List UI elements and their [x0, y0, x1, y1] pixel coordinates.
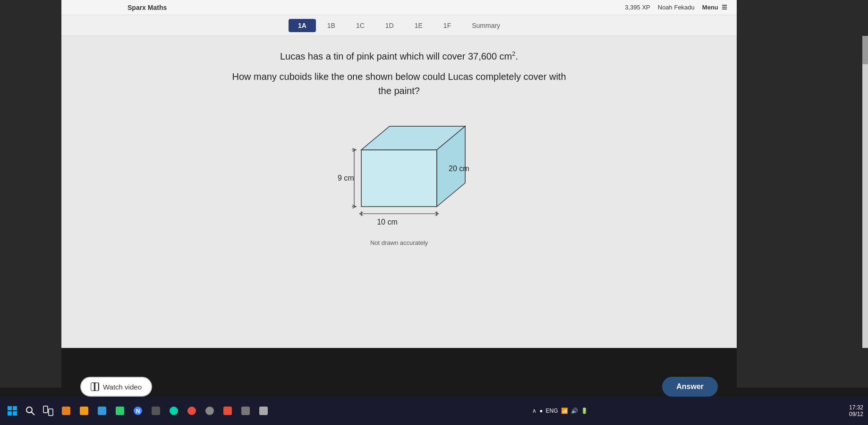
- bezel-left: [0, 0, 61, 388]
- tab-1C[interactable]: 1C: [347, 19, 374, 32]
- app-icon-4[interactable]: [112, 403, 128, 418]
- app-icon-8[interactable]: [184, 403, 199, 418]
- app-icon-11[interactable]: [238, 403, 253, 418]
- watch-video-button[interactable]: Watch video: [80, 377, 152, 397]
- app-icon-7[interactable]: [166, 403, 181, 418]
- tab-1E[interactable]: 1E: [405, 19, 432, 32]
- xp-display: 3,395 XP: [625, 4, 650, 11]
- svg-text:9 cm: 9 cm: [338, 174, 354, 182]
- tab-1B[interactable]: 1B: [318, 19, 345, 32]
- play-icon: [91, 382, 99, 391]
- bottom-buttons: Watch video Answer: [61, 377, 737, 397]
- bezel-right: [737, 0, 868, 388]
- svg-rect-34: [259, 407, 268, 415]
- question-line1: Lucas has a tin of pink paint which will…: [280, 50, 518, 62]
- svg-rect-16: [8, 411, 12, 416]
- windows-start-icon[interactable]: [5, 403, 20, 418]
- svg-rect-21: [49, 409, 53, 416]
- language-label: ENG: [546, 408, 558, 414]
- menu-button[interactable]: Menu ☰: [702, 4, 727, 11]
- tab-1D[interactable]: 1D: [376, 19, 403, 32]
- svg-point-30: [187, 407, 196, 415]
- svg-rect-23: [80, 407, 88, 415]
- svg-rect-24: [98, 407, 106, 415]
- logo-text: Sparx Maths: [128, 4, 167, 11]
- scrollbar[interactable]: [862, 36, 868, 348]
- main-content: Lucas has a tin of pink paint which will…: [61, 36, 737, 348]
- app-icon-6[interactable]: [148, 403, 163, 418]
- clock: 17:32 09/12: [849, 404, 863, 417]
- svg-rect-13: [95, 383, 98, 390]
- volume-icon[interactable]: 🔊: [571, 408, 578, 414]
- svg-rect-17: [13, 411, 17, 416]
- system-tray: ∧ ● ENG 📶 🔊 🔋: [532, 408, 587, 414]
- app-icon-12[interactable]: [256, 403, 271, 418]
- answer-button[interactable]: Answer: [662, 377, 718, 397]
- svg-rect-25: [116, 407, 124, 415]
- cuboid-svg: 9 cm 10 cm 20 cm: [309, 112, 489, 235]
- svg-rect-32: [223, 407, 232, 415]
- svg-point-31: [205, 407, 214, 415]
- svg-rect-14: [8, 406, 12, 410]
- task-view-icon[interactable]: [41, 403, 56, 418]
- user-name: Noah Fekadu: [658, 4, 695, 11]
- svg-rect-22: [62, 407, 70, 415]
- nav-tabs: 1A 1B 1C 1D 1E 1F Summary: [61, 15, 737, 36]
- logo-area: Sparx Maths: [123, 0, 217, 15]
- cuboid-diagram: 9 cm 10 cm 20 cm Not drawn accurately: [309, 112, 489, 244]
- svg-rect-20: [43, 406, 48, 413]
- svg-rect-33: [241, 407, 250, 415]
- svg-text:10 cm: 10 cm: [377, 218, 398, 226]
- tab-1F[interactable]: 1F: [434, 19, 460, 32]
- app-icon-2[interactable]: [77, 403, 92, 418]
- svg-marker-0: [361, 150, 437, 207]
- wifi-icon: 📶: [561, 408, 568, 414]
- scrollbar-thumb[interactable]: [862, 36, 868, 64]
- svg-rect-15: [13, 406, 17, 410]
- taskbar: N ∧ ● ENG 📶 🔊 🔋 17:32 09/12: [0, 397, 868, 425]
- tab-summary[interactable]: Summary: [462, 19, 510, 32]
- app-icon-5[interactable]: N: [130, 403, 145, 418]
- time-display: 17:32: [849, 404, 863, 411]
- svg-line-19: [31, 412, 34, 415]
- svg-text:N: N: [136, 408, 140, 415]
- svg-point-29: [170, 407, 178, 415]
- app-icon-9[interactable]: [202, 403, 217, 418]
- question-line2: How many cuboids like the one shown belo…: [232, 69, 566, 98]
- date-display: 09/12: [849, 411, 863, 417]
- app-icon-10[interactable]: [220, 403, 235, 418]
- tab-1A[interactable]: 1A: [289, 19, 316, 32]
- app-icon-1[interactable]: [59, 403, 74, 418]
- header: Sparx Maths 3,395 XP Noah Fekadu Menu ☰: [61, 0, 737, 15]
- svg-rect-28: [152, 407, 160, 415]
- svg-rect-12: [91, 383, 94, 390]
- svg-text:20 cm: 20 cm: [449, 165, 469, 173]
- not-drawn-label: Not drawn accurately: [309, 239, 489, 246]
- battery-icon: 🔋: [581, 408, 588, 414]
- network-icon[interactable]: ●: [539, 408, 543, 414]
- search-icon[interactable]: [23, 403, 38, 418]
- caret-icon[interactable]: ∧: [532, 408, 536, 414]
- app-icon-3[interactable]: [94, 403, 110, 418]
